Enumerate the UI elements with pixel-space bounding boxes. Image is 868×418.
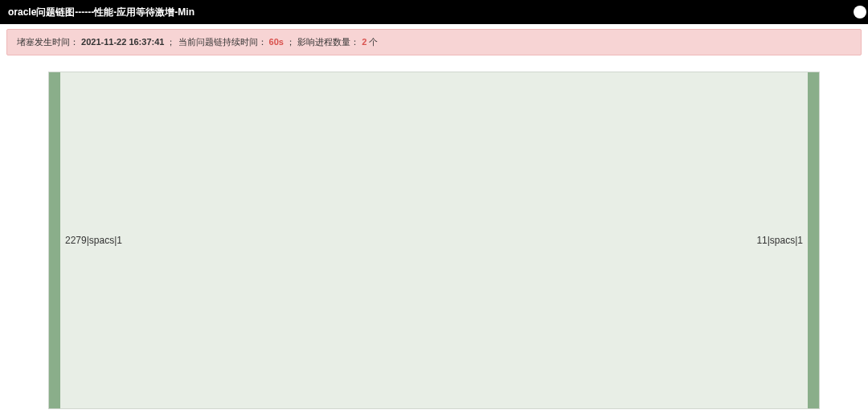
alert-time-value: 2021-11-22 16:37:41 (81, 37, 164, 47)
sankey-node-left-label: 2279|spacs|1 (65, 235, 122, 246)
alert-sep2: ； (286, 37, 295, 47)
sankey-node-right-label: 11|spacs|1 (756, 235, 803, 246)
sankey-link: 2279|spacs|1 11|spacs|1 (48, 72, 820, 409)
alert-time-label: 堵塞发生时间： (17, 37, 79, 47)
alert-count-suffix: 个 (369, 37, 378, 47)
alert-banner: 堵塞发生时间： 2021-11-22 16:37:41 ； 当前问题链持续时间：… (6, 29, 862, 55)
sankey-node-right[interactable] (808, 72, 819, 408)
alert-count-value: 2 (362, 37, 366, 47)
alert-sep1: ； (166, 37, 175, 47)
window-header: oracle问题链图------性能-应用等待激增-Min (0, 0, 868, 24)
window-title: oracle问题链图------性能-应用等待激增-Min (8, 6, 194, 19)
sankey-node-left[interactable] (49, 72, 60, 408)
alert-duration-label: 当前问题链持续时间： (178, 37, 267, 47)
close-button[interactable] (854, 6, 866, 18)
alert-count-label: 影响进程数量： (297, 37, 359, 47)
sankey-chart: 2279|spacs|1 11|spacs|1 (48, 72, 820, 409)
alert-duration-value: 60s (269, 37, 284, 47)
